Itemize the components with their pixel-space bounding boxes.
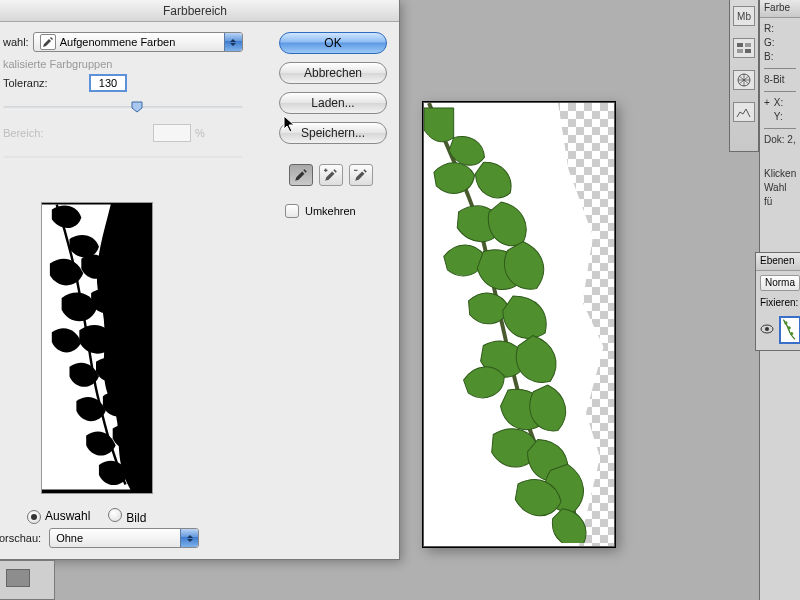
svg-rect-8 [781,318,799,341]
blend-mode-combo[interactable]: Norma [760,275,800,291]
svg-rect-2 [745,43,751,47]
color-range-dialog: Farbbereich wahl: Aufgenommene Farben ka… [0,0,400,560]
range-label: Bereich: [3,127,85,139]
navigator-icon[interactable] [733,70,755,90]
cancel-button[interactable]: Abbrechen [279,62,387,84]
lock-label: Fixieren: [760,297,796,308]
svg-rect-1 [737,43,743,47]
collapsed-panel-dock[interactable]: Mb [729,0,759,152]
radio-selection[interactable]: Auswahl [27,509,90,524]
select-combo[interactable]: Aufgenommene Farben [33,32,243,52]
dialog-title: Farbbereich [0,0,399,22]
info-g: G: [764,36,796,50]
slider-thumb-icon[interactable] [131,101,143,113]
range-slider [3,148,243,166]
invert-checkbox[interactable] [285,204,299,218]
histogram-icon[interactable] [733,102,755,122]
radio-image[interactable]: Bild [108,508,146,525]
info-bit: 8-Bit [764,73,796,87]
info-hint: Klicken [764,167,796,181]
info-hint2: Wahl fü [764,181,796,209]
preview-combo-label: lvorschau: [0,532,41,544]
save-button[interactable]: Speichern... [279,122,387,144]
color-panel-tab[interactable]: Farbe [760,0,800,18]
chevron-updown-icon [180,529,198,547]
load-button[interactable]: Laden... [279,92,387,114]
eyedropper-tool[interactable] [289,164,313,186]
selection-preview[interactable] [41,202,153,494]
range-unit: % [195,127,205,139]
ivy-image [424,103,614,543]
select-label: wahl: [3,36,29,48]
ok-button[interactable]: OK [279,32,387,54]
tolerance-label: Toleranz: [3,77,85,89]
svg-point-11 [790,332,793,335]
styles-icon[interactable] [733,38,755,58]
select-value: Aufgenommene Farben [60,36,176,48]
visibility-icon[interactable] [760,322,774,336]
eyedropper-icon [40,34,56,50]
document-tab-bar [0,560,55,600]
eyedropper-plus-tool[interactable] [319,164,343,186]
color-swatch [6,569,30,587]
crosshair-icon: + [764,96,770,110]
svg-point-9 [784,321,787,324]
preview-combo-value: Ohne [56,532,83,544]
svg-rect-4 [745,49,751,53]
svg-point-7 [765,327,769,331]
tolerance-slider[interactable] [3,98,243,116]
preview-combo[interactable]: Ohne [49,528,199,548]
eyedropper-minus-tool[interactable] [349,164,373,186]
layer-thumbnail[interactable] [779,316,800,344]
info-r: R: [764,22,796,36]
range-input [153,124,191,142]
document-canvas[interactable] [423,102,615,547]
chevron-updown-icon [224,33,242,51]
svg-rect-3 [737,49,743,53]
info-b: B: [764,50,796,64]
layers-panel: Ebenen Norma Fixieren: [755,252,800,351]
svg-point-10 [787,326,790,329]
tolerance-input[interactable] [89,74,127,92]
invert-label: Umkehren [305,205,356,217]
panel-icon[interactable]: Mb [733,6,755,26]
layers-tab[interactable]: Ebenen [756,253,800,271]
info-doc: Dok: 2, [764,133,796,147]
